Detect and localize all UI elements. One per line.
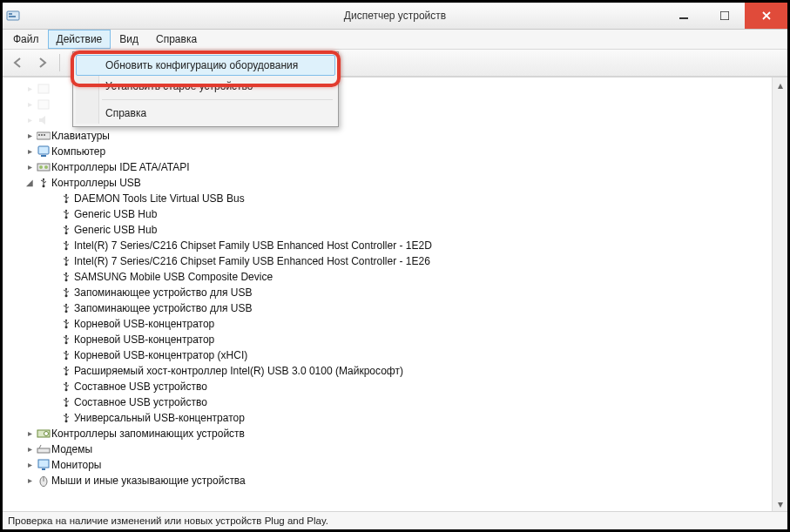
tree-node-label: Запоминающее устройство для USB xyxy=(74,286,252,299)
menu-item-add-legacy[interactable]: Установить старое устройство xyxy=(76,76,335,97)
tree-category[interactable]: ▸Мониторы xyxy=(8,457,772,473)
tree-node-label: Контроллеры IDE ATA/ATAPI xyxy=(51,161,190,173)
tree-node-label: Запоминающее устройство для USB xyxy=(74,302,252,314)
tree-node-label: Мониторы xyxy=(51,459,101,471)
tree-item-usb[interactable]: Корневой USB-концентратор xyxy=(8,332,772,347)
tree-node-label: Мыши и иные указывающие устройства xyxy=(51,475,246,487)
menu-item-help[interactable]: Справка xyxy=(76,103,335,124)
tree-item-usb[interactable]: Intel(R) 7 Series/C216 Chipset Family US… xyxy=(8,238,772,253)
tree-node-label: Универсальный USB-концентратор xyxy=(74,412,245,424)
scroll-up-button[interactable]: ▴ xyxy=(773,77,787,92)
expand-icon[interactable]: ▸ xyxy=(24,163,36,172)
expand-icon[interactable]: ▸ xyxy=(24,445,36,454)
tree-item-usb[interactable]: Корневой USB-концентратор xyxy=(8,316,772,332)
tree-node-label: Intel(R) 7 Series/C216 Chipset Family US… xyxy=(74,255,430,267)
tree-item-usb[interactable]: Запоминающее устройство для USB xyxy=(8,285,772,300)
menu-item-scan-hardware[interactable]: Обновить конфигурацию оборудования xyxy=(76,55,335,76)
audio-icon xyxy=(36,115,51,125)
expand-icon[interactable]: ▸ xyxy=(24,116,36,125)
menu-file[interactable]: Файл xyxy=(4,30,48,49)
action-dropdown: Обновить конфигурацию оборудования Устан… xyxy=(72,51,339,127)
tree-item-usb[interactable]: DAEMON Tools Lite Virtual USB Bus xyxy=(8,191,772,206)
usb-icon xyxy=(58,287,74,298)
usb-icon xyxy=(58,303,74,313)
tree-category[interactable]: ▸Мыши и иные указывающие устройства xyxy=(8,473,772,488)
expand-icon[interactable]: ▸ xyxy=(24,147,36,156)
svg-rect-11 xyxy=(38,146,49,154)
svg-point-15 xyxy=(44,165,48,169)
usb-icon xyxy=(58,193,74,204)
svg-point-19 xyxy=(65,194,67,196)
tree-item-usb[interactable]: Корневой USB-концентратор (xHCI) xyxy=(8,347,772,363)
tree-item-usb[interactable]: Запоминающее устройство для USB xyxy=(8,300,772,316)
toolbar-separator xyxy=(59,54,60,71)
tree-node-label: Корневой USB-концентратор xyxy=(74,333,214,346)
svg-point-49 xyxy=(44,432,49,436)
expand-icon[interactable]: ▸ xyxy=(24,476,36,485)
expand-icon[interactable]: ▸ xyxy=(24,84,36,93)
usb-icon xyxy=(58,272,74,282)
nav-back-button[interactable] xyxy=(8,52,29,73)
nav-forward-button[interactable] xyxy=(32,52,53,73)
collapse-icon[interactable]: ◢ xyxy=(24,178,36,187)
usb-icon xyxy=(58,240,74,251)
svg-point-35 xyxy=(65,320,67,321)
tree-item-usb[interactable]: Расширяемый хост-контроллер Intel(R) USB… xyxy=(8,363,772,379)
expand-icon[interactable]: ▸ xyxy=(24,131,36,140)
monitor-icon xyxy=(36,459,51,471)
expand-icon[interactable]: ▸ xyxy=(24,461,36,469)
tree-category[interactable]: ▸Клавиатуры xyxy=(8,128,772,144)
mouse-icon xyxy=(36,475,51,487)
tree-item-usb[interactable]: SAMSUNG Mobile USB Composite Device xyxy=(8,269,772,285)
tree-node-label: Клавиатуры xyxy=(51,130,110,142)
close-button[interactable] xyxy=(745,3,787,29)
tree-category[interactable]: ▸Модемы xyxy=(8,441,772,457)
tree-category-usb[interactable]: ◢Контроллеры USB xyxy=(8,175,772,191)
tree-node-label: Intel(R) 7 Series/C216 Chipset Family US… xyxy=(74,239,432,252)
expand-icon[interactable]: ▸ xyxy=(24,100,36,109)
svg-rect-5 xyxy=(38,84,49,93)
tree-item-usb[interactable]: Составное USB устройство xyxy=(8,379,772,394)
tree-category[interactable]: ▸Контроллеры запоминающих устройств xyxy=(8,426,772,441)
maximize-button[interactable] xyxy=(704,3,745,29)
device-icon xyxy=(36,84,51,94)
svg-rect-4 xyxy=(720,11,729,20)
menu-help[interactable]: Справка xyxy=(147,30,206,49)
client-area: ▸▸▸▸Клавиатуры▸Компьютер▸Контроллеры IDE… xyxy=(3,77,787,511)
tree-item-usb[interactable]: Generic USB Hub xyxy=(8,206,772,222)
tree-category[interactable]: ▸Компьютер xyxy=(8,144,772,159)
usb-icon xyxy=(58,413,74,423)
expand-icon[interactable]: ▸ xyxy=(24,429,36,438)
svg-point-31 xyxy=(65,288,67,290)
svg-rect-2 xyxy=(9,16,16,17)
svg-point-33 xyxy=(65,304,67,306)
titlebar: Диспетчер устройств xyxy=(3,3,787,30)
tree-item-usb[interactable]: Intel(R) 7 Series/C216 Chipset Family US… xyxy=(8,253,772,269)
usb-icon xyxy=(58,225,74,235)
tree-node-label: Контроллеры USB xyxy=(51,177,141,189)
minimize-button[interactable] xyxy=(663,3,704,29)
svg-point-29 xyxy=(65,273,67,274)
vertical-scrollbar[interactable]: ▴ ▾ xyxy=(772,77,787,511)
svg-point-25 xyxy=(65,241,67,243)
svg-rect-3 xyxy=(679,17,688,19)
tree-node-label: Модемы xyxy=(51,443,92,455)
tree-item-usb[interactable]: Универсальный USB-концентратор xyxy=(8,410,772,426)
tree-node-label: Корневой USB-концентратор xyxy=(74,318,214,330)
usb-icon xyxy=(58,209,74,219)
menu-view[interactable]: Вид xyxy=(111,30,147,49)
modem-icon xyxy=(36,444,51,455)
svg-point-14 xyxy=(39,165,43,169)
svg-rect-10 xyxy=(44,134,45,136)
tree-item-usb[interactable]: Generic USB Hub xyxy=(8,222,772,238)
tree-item-usb[interactable]: Составное USB устройство xyxy=(8,394,772,410)
svg-point-39 xyxy=(65,351,67,353)
tree-node-label: Generic USB Hub xyxy=(74,224,157,236)
device-tree[interactable]: ▸▸▸▸Клавиатуры▸Компьютер▸Контроллеры IDE… xyxy=(3,77,772,511)
menubar: Файл Действие Вид Справка xyxy=(3,30,787,50)
svg-point-43 xyxy=(65,382,67,384)
menu-action[interactable]: Действие xyxy=(48,30,111,49)
scroll-down-button[interactable]: ▾ xyxy=(773,496,787,511)
tree-category[interactable]: ▸Контроллеры IDE ATA/ATAPI xyxy=(8,159,772,175)
tree-node-label: Составное USB устройство xyxy=(74,396,207,408)
